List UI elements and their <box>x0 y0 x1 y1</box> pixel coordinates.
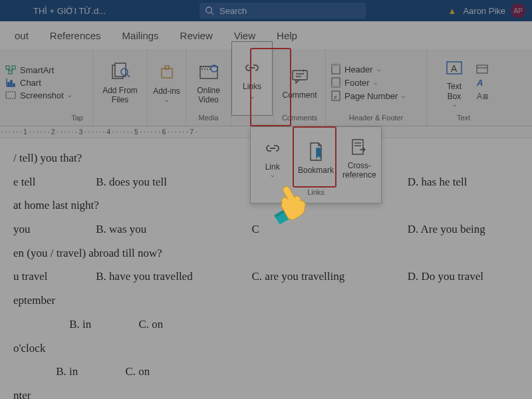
group-header-footer: Header & Footer <box>349 114 403 124</box>
links-group-label: Links <box>251 188 381 201</box>
group-media: Media <box>199 114 219 124</box>
doc-line: B. in C. on <box>13 360 519 384</box>
pagenum-icon: # <box>331 90 340 101</box>
group-text: Text <box>457 114 470 124</box>
tab-references[interactable]: References <box>39 30 112 41</box>
cross-reference-item[interactable]: Cross-reference <box>338 127 381 188</box>
link-item[interactable]: Link ⌵ <box>251 127 294 188</box>
svg-rect-12 <box>6 92 15 98</box>
document-title: THÌ + GIỚI TỪ.d... <box>33 6 140 16</box>
svg-rect-4 <box>9 70 12 74</box>
doc-line: o'clock <box>13 336 519 360</box>
avatar[interactable]: AP <box>511 3 525 18</box>
chevron-down-icon: ⌵ <box>271 172 274 178</box>
dropcap-icon[interactable]: A≣ <box>476 91 488 100</box>
svg-rect-14 <box>115 63 126 76</box>
svg-rect-11 <box>13 84 15 86</box>
svg-rect-2 <box>6 66 9 69</box>
links-button[interactable]: Links ⌵ <box>231 41 273 116</box>
crossref-icon <box>350 138 368 156</box>
svg-rect-28 <box>332 65 340 66</box>
add-from-files-button[interactable]: Add From Files <box>100 54 140 111</box>
chev-icon: ⌵ <box>165 96 168 104</box>
svg-text:A: A <box>476 78 483 87</box>
files-search-icon <box>110 63 130 81</box>
svg-text:A: A <box>451 63 458 74</box>
bookmark-item[interactable]: Bookmark <box>294 127 337 188</box>
doc-line: you B. was you C D. Are you being <box>13 217 519 241</box>
svg-rect-35 <box>477 65 487 73</box>
addins-button[interactable]: Add-ins⌵ <box>150 54 184 111</box>
doc-line: u travel B. have you travelled C. are yo… <box>13 265 519 289</box>
text-box-button[interactable]: A Text Box⌵ <box>439 54 469 111</box>
group-tap: Tap <box>71 114 83 124</box>
doc-line: eptember <box>13 289 519 313</box>
bookmark-icon <box>308 142 324 162</box>
tab-help[interactable]: Help <box>266 30 308 41</box>
tab-view[interactable]: View <box>223 30 266 41</box>
svg-rect-10 <box>11 80 12 86</box>
svg-rect-40 <box>352 140 363 154</box>
screenshot-button[interactable]: Screenshot ⌵ <box>5 90 71 100</box>
tab-review[interactable]: Review <box>170 30 223 41</box>
chart-button[interactable]: Chart <box>5 78 71 88</box>
tab-mailings[interactable]: Mailings <box>112 30 170 41</box>
svg-rect-30 <box>332 85 340 87</box>
smartart-button[interactable]: SmartArt <box>5 65 71 75</box>
chevron-down-icon: ⌵ <box>68 92 71 98</box>
online-video-button[interactable]: Online Video <box>190 54 227 111</box>
chevron-down-icon: ⌵ <box>250 92 254 100</box>
comment-button[interactable]: + Comment <box>278 54 322 111</box>
svg-rect-3 <box>12 66 15 69</box>
tab-layout[interactable]: out <box>4 30 39 41</box>
svg-text:+: + <box>302 69 305 74</box>
search-placeholder: Search <box>219 6 247 16</box>
screenshot-icon <box>5 90 16 100</box>
svg-line-16 <box>127 74 130 77</box>
page-number-button[interactable]: # Page Number⌵ <box>331 90 405 101</box>
user-name: Aaron Pike <box>463 6 505 16</box>
link-icon <box>243 63 261 73</box>
header-icon <box>331 64 340 74</box>
footer-button[interactable]: Footer⌵ <box>331 77 405 88</box>
svg-line-1 <box>211 13 214 15</box>
warning-icon: ▲ <box>448 6 457 16</box>
doc-line: en (you / travel) abroad till now? <box>13 241 519 265</box>
user-area[interactable]: ▲ Aaron Pike AP <box>448 3 525 18</box>
group-comments: Comments <box>282 114 317 124</box>
smartart-icon <box>5 65 16 74</box>
svg-text:A≣: A≣ <box>477 92 488 100</box>
svg-rect-9 <box>8 82 9 86</box>
video-icon <box>199 64 219 80</box>
doc-line: nter <box>13 384 519 399</box>
quickparts-icon[interactable] <box>476 65 488 74</box>
addins-icon <box>159 65 175 80</box>
search-icon <box>205 6 214 15</box>
links-dropdown: Link ⌵ Bookmark Cross-reference Links <box>250 126 382 203</box>
comment-icon: + <box>291 69 309 84</box>
title-bar: THÌ + GIỚI TỪ.d... Search ▲ Aaron Pike A… <box>0 0 532 21</box>
search-box[interactable]: Search <box>200 3 366 19</box>
svg-rect-17 <box>162 68 172 78</box>
link-icon <box>264 143 281 154</box>
wordart-icon[interactable]: A <box>476 78 488 87</box>
textbox-icon: A <box>446 60 463 76</box>
ribbon: SmartArt Chart Screenshot ⌵ Tap Add From… <box>0 49 532 126</box>
header-button[interactable]: Header⌵ <box>331 64 405 74</box>
footer-icon <box>331 77 340 88</box>
doc-line: B. in C. on <box>13 313 519 336</box>
chart-icon <box>5 78 16 87</box>
svg-text:#: # <box>334 94 337 100</box>
svg-point-0 <box>206 7 212 13</box>
